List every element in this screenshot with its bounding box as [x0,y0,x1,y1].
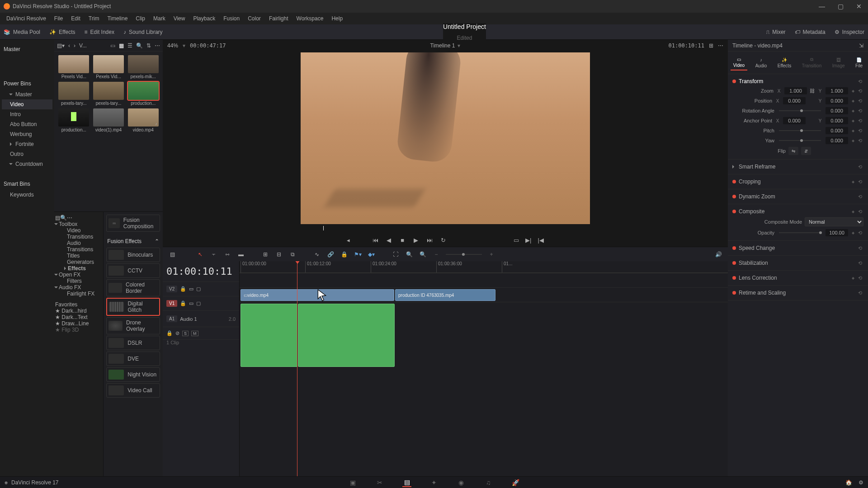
overwrite-icon[interactable]: ⊟ [275,250,283,258]
replace-icon[interactable]: ⧉ [288,250,297,258]
menu-item[interactable]: DaVinci Resolve [3,14,50,23]
anchor-x-field[interactable]: 0.000 [783,117,806,124]
zoom-to-fit-icon[interactable]: ⛶ [392,250,400,258]
flag-icon[interactable]: ⚑▾ [354,250,362,258]
cropping-header[interactable]: Cropping [739,178,761,185]
power-bins-header[interactable]: Power Bins [2,78,52,89]
opacity-slider[interactable] [779,232,821,233]
prev-edit-icon[interactable]: |◀ [538,237,544,244]
viewer-options-icon[interactable]: ⋯ [718,42,723,49]
menu-item[interactable]: Fusion [220,14,243,23]
fx-cat[interactable]: Audio Transitions [55,240,102,253]
rotation-field[interactable]: 0.000 [826,107,848,114]
bin-item[interactable]: Master [2,89,52,99]
fx-search-icon[interactable]: 🔍 [60,215,67,221]
sort-icon[interactable]: ⇅ [146,42,151,49]
track-header-a1[interactable]: A1Audio 12.0 [163,310,239,327]
stop-icon[interactable]: ■ [399,237,406,244]
retime-header[interactable]: Retime and Scaling [739,290,786,296]
fx-cat[interactable]: Filters [55,278,102,284]
keyframe-icon[interactable] [851,209,855,214]
menu-icon[interactable]: ⋯ [155,42,160,49]
track-a1[interactable] [240,302,728,371]
reset-icon[interactable]: ⟲ [858,79,863,84]
fx-sidebar-icon[interactable]: ▤ [55,215,60,221]
link-icon[interactable]: 🔗 [326,250,335,258]
composite-header[interactable]: Composite [739,208,764,215]
view-grid-icon[interactable]: ▦ [119,42,124,49]
prev-icon[interactable]: ◀ [385,237,392,244]
media-clip[interactable]: production... [58,108,90,132]
custom-zoom-icon[interactable]: 🔍 [419,250,427,258]
pos-x-field[interactable]: 0.000 [783,97,806,104]
fx-cat-openfx[interactable]: Open FX [55,272,102,278]
media-clip-selected[interactable]: production... [127,82,159,106]
fullscreen-icon[interactable]: ▭ [514,237,519,244]
inspector-expand-icon[interactable]: ⇲ [859,42,863,49]
insert-icon[interactable]: ⊞ [261,250,269,258]
menu-item[interactable]: Timeline [104,14,131,23]
dynamic-zoom-header[interactable]: Dynamic Zoom [739,193,775,200]
keyframe-icon[interactable] [851,276,855,280]
next-edit-icon[interactable]: ▶| [525,237,531,244]
playhead[interactable] [297,261,297,476]
bin-keywords[interactable]: Keywords [2,190,52,200]
pos-y-field[interactable]: 0.000 [826,97,848,104]
inspector-toggle[interactable]: ⚙ Inspector [835,29,864,35]
stabilization-header[interactable]: Stabilization [739,260,768,266]
composite-mode-select[interactable]: Normal [805,217,863,226]
page-fairlight[interactable]: ♫ [484,478,493,487]
timeline-clip-production[interactable]: production ID 4763035.mp4 [395,289,495,301]
inspector-tab-file[interactable]: 📄File [853,56,865,70]
trim-tool-icon[interactable]: ⫟ [210,250,218,258]
page-color[interactable]: ◉ [457,478,466,487]
keyframe-icon[interactable] [851,118,855,123]
view-strip-icon[interactable]: ▭ [110,42,115,49]
timeline-clip-video[interactable]: ▭ video.mp4 [241,289,394,301]
nav-fwd-icon[interactable]: › [74,42,75,49]
link-icon[interactable]: ⛓ [810,88,815,94]
timeline-view-options-icon[interactable]: ▤ [168,250,176,258]
mixer-toggle[interactable]: ⎍ Mixer [766,29,785,35]
reset-icon[interactable]: ⟲ [858,138,863,144]
reset-icon[interactable]: ⟲ [858,209,863,215]
selection-tool-icon[interactable]: ↖ [196,250,204,258]
reset-icon[interactable]: ⟲ [858,275,863,281]
fav-item[interactable]: ★ Flip 3D [55,327,102,333]
keyframe-icon[interactable] [851,179,855,184]
fx-fusion-composition[interactable]: ⎓Fusion Composition [106,215,160,232]
home-icon[interactable]: 🏠 [845,479,852,486]
reset-icon[interactable]: ⟲ [858,88,863,94]
keyframe-icon[interactable] [851,128,855,133]
zoom-level[interactable]: 44% [167,42,178,49]
track-header-v1[interactable]: V1🔒▭▢ [163,296,239,310]
reset-icon[interactable]: ⟲ [858,194,863,200]
flip-h-button[interactable]: ⇋ [788,147,798,155]
page-media[interactable]: ▣ [348,478,357,487]
pitch-field[interactable]: 0.000 [826,127,848,134]
inspector-tab-audio[interactable]: ♪Audio [753,56,770,70]
keyframe-icon[interactable] [851,230,855,235]
media-clip[interactable]: pexels-tary... [58,82,90,106]
keyframe-icon[interactable] [851,138,855,143]
bin-item[interactable]: Werbung [2,129,52,139]
opacity-field[interactable]: 100.00 [826,229,848,236]
reset-icon[interactable]: ⟲ [858,164,863,170]
match-frame-icon[interactable]: ◂ [347,237,350,244]
menu-item[interactable]: Playback [189,14,219,23]
page-fusion[interactable]: ✦ [429,478,439,487]
media-clip[interactable]: video(1).mp4 [93,108,125,132]
collapse-icon[interactable]: ⌃ [155,238,159,244]
fx-menu-icon[interactable]: ⋯ [67,215,72,221]
snap-icon[interactable]: ∿ [313,250,321,258]
bin-item[interactable]: Fortnite [2,139,52,149]
menu-item[interactable]: Edit [67,14,84,23]
menu-item[interactable]: View [170,14,189,23]
fx-cat[interactable]: Fairlight FX [55,291,102,297]
menu-item[interactable]: File [51,14,66,23]
timeline-name[interactable]: Timeline 1 [430,42,455,49]
window-minimize[interactable]: — [816,2,828,11]
loop-icon[interactable]: ↻ [439,237,447,244]
keyframe-icon[interactable] [851,99,855,103]
timeline-clip-audio2[interactable] [298,304,395,367]
